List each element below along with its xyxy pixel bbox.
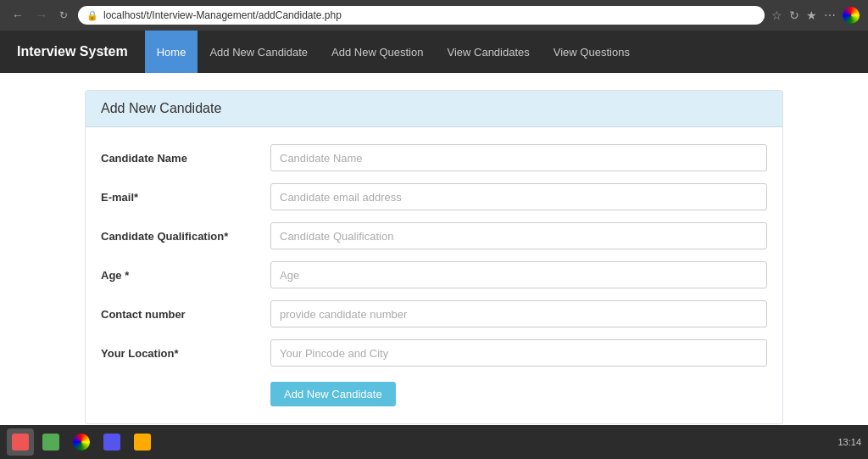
taskbar-icon-5[interactable] bbox=[129, 428, 156, 456]
label-name: Candidate Name bbox=[101, 152, 270, 165]
form-card: Add New Candidate Candidate Name E-mail*… bbox=[85, 90, 783, 424]
navbar: Interview System Home Add New Candidate … bbox=[0, 31, 868, 73]
address-lock-icon: 🔒 bbox=[86, 10, 98, 21]
taskbar-icon-4[interactable] bbox=[98, 428, 125, 456]
label-email: E-mail* bbox=[101, 191, 270, 204]
label-age: Age * bbox=[101, 269, 270, 282]
input-contact[interactable] bbox=[270, 300, 767, 327]
browser-chrome: ← → ↻ 🔒 localhost/t/Interview-Management… bbox=[0, 0, 868, 31]
taskbar: 13:14 bbox=[0, 425, 868, 459]
form-card-body: Candidate Name E-mail* Candidate Qualifi… bbox=[86, 127, 782, 423]
nav-add-candidate[interactable]: Add New Candidate bbox=[198, 31, 320, 73]
star-button[interactable]: ☆ bbox=[771, 8, 782, 22]
label-location: Your Location* bbox=[101, 347, 270, 360]
bookmark-button[interactable]: ★ bbox=[806, 8, 817, 22]
input-email[interactable] bbox=[270, 183, 767, 210]
browser-controls: ← → ↻ bbox=[8, 7, 71, 24]
browser-actions: ☆ ↻ ★ ⋯ bbox=[771, 7, 860, 24]
menu-button[interactable]: ⋯ bbox=[824, 8, 836, 22]
label-qualification: Candidate Qualification* bbox=[101, 230, 270, 243]
input-candidate-name[interactable] bbox=[270, 144, 767, 171]
nav-view-candidates[interactable]: View Candidates bbox=[435, 31, 541, 73]
navbar-brand: Interview System bbox=[17, 44, 128, 59]
reload-button[interactable]: ↻ bbox=[56, 8, 71, 23]
submit-row: Add New Candidate bbox=[101, 378, 767, 406]
refresh-button[interactable]: ↻ bbox=[789, 8, 799, 22]
form-group-name: Candidate Name bbox=[101, 144, 767, 171]
back-button[interactable]: ← bbox=[8, 7, 27, 24]
form-group-qualification: Candidate Qualification* bbox=[101, 222, 767, 249]
input-age[interactable] bbox=[270, 261, 767, 288]
forward-button[interactable]: → bbox=[32, 7, 51, 24]
submit-button[interactable]: Add New Candidate bbox=[270, 382, 396, 406]
form-group-location: Your Location* bbox=[101, 339, 767, 367]
label-contact: Contact number bbox=[101, 308, 270, 321]
input-location[interactable] bbox=[270, 339, 767, 367]
taskbar-icon-2[interactable] bbox=[37, 428, 64, 456]
form-card-header: Add New Candidate bbox=[86, 91, 782, 127]
taskbar-clock: 13:14 bbox=[837, 437, 861, 447]
form-title: Add New Candidate bbox=[101, 101, 767, 116]
nav-home[interactable]: Home bbox=[145, 31, 198, 73]
main-content: Add New Candidate Candidate Name E-mail*… bbox=[0, 73, 868, 425]
address-bar[interactable]: 🔒 localhost/t/Interview-Management/addCa… bbox=[78, 6, 765, 25]
form-group-email: E-mail* bbox=[101, 183, 767, 210]
navbar-menu: Home Add New Candidate Add New Question … bbox=[145, 31, 642, 73]
taskbar-icon-1[interactable] bbox=[7, 428, 34, 456]
nav-add-question[interactable]: Add New Question bbox=[320, 31, 435, 73]
nav-view-questions[interactable]: View Questions bbox=[542, 31, 642, 73]
url-text: localhost/t/Interview-Management/addCand… bbox=[103, 9, 342, 21]
form-group-age: Age * bbox=[101, 261, 767, 288]
form-group-contact: Contact number bbox=[101, 300, 767, 327]
taskbar-icon-3[interactable] bbox=[68, 428, 95, 456]
browser-icon bbox=[843, 7, 860, 24]
page-wrapper: Interview System Home Add New Candidate … bbox=[0, 31, 868, 425]
input-qualification[interactable] bbox=[270, 222, 767, 249]
